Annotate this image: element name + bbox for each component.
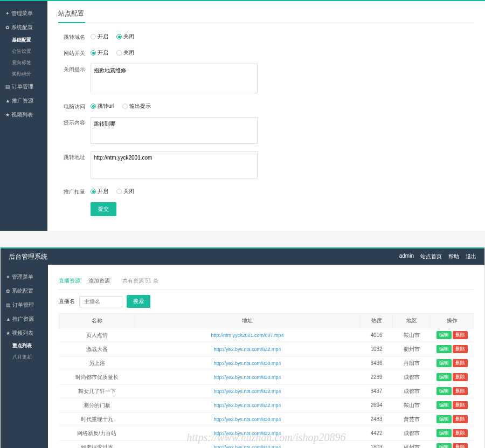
- gear-icon: ✿: [6, 288, 10, 294]
- radio-promo-on[interactable]: 开启: [91, 188, 108, 195]
- topbar-help[interactable]: 帮助: [448, 253, 459, 260]
- cell-heat: 2239: [361, 370, 393, 384]
- edit-button[interactable]: 编辑: [436, 331, 452, 339]
- cell-action: 编辑删除: [431, 370, 474, 384]
- sidebar-sub-reward[interactable]: 奖励积分: [0, 68, 47, 80]
- edit-button[interactable]: 编辑: [436, 387, 452, 395]
- topbar-logout[interactable]: 退出: [466, 253, 476, 260]
- cell-name: 另上浴: [59, 356, 135, 370]
- topbar-home[interactable]: 站点首页: [420, 253, 442, 260]
- table-row: 舞女几了轩一下 http://ye2.bys.nts.com/832.mp4 3…: [59, 384, 474, 398]
- tab-add[interactable]: 添加资源: [88, 277, 110, 285]
- cell-url: http://ye2.bys.nts.com/830.mp4: [135, 356, 361, 370]
- sidebar-item-system[interactable]: ✿系统配置: [0, 20, 47, 35]
- cell-url: http://ye2.bys.nts.com/832.mp4: [135, 384, 361, 398]
- cell-area: 鞍山市: [393, 398, 431, 412]
- star-icon: ★: [5, 112, 10, 118]
- delete-button[interactable]: 删除: [453, 331, 468, 339]
- delete-button[interactable]: 删除: [453, 387, 468, 395]
- tab-live[interactable]: 直播资源: [59, 277, 80, 285]
- sidebar2-sub-august[interactable]: 八月更新: [1, 351, 48, 363]
- cell-name: 舞女几了轩一下: [59, 384, 135, 398]
- search-button[interactable]: 搜索: [127, 295, 150, 308]
- cell-action: 编辑删除: [431, 342, 474, 356]
- cell-name: 测分的门板: [59, 398, 135, 412]
- table-row: 页人点情 http://ntm.yyck2001.com/087.mp4 401…: [59, 328, 474, 342]
- sidebar-sub-intent[interactable]: 意向标签: [0, 57, 47, 68]
- delete-button[interactable]: 删除: [453, 443, 468, 448]
- topbar-user[interactable]: admin: [399, 253, 414, 260]
- cell-heat: 2483: [361, 412, 393, 426]
- sidebar2-sub-important[interactable]: 重点列表: [1, 340, 48, 351]
- textarea-redirect-url[interactable]: [91, 151, 258, 178]
- search-input[interactable]: [79, 296, 122, 307]
- cell-action: 编辑删除: [431, 328, 474, 342]
- cell-heat: 4016: [361, 328, 393, 342]
- radio-pc-url[interactable]: 跳转url: [91, 102, 114, 110]
- textarea-close-tip[interactable]: [91, 64, 258, 93]
- cell-area: 成都市: [393, 384, 431, 398]
- cell-name: 激战大番: [59, 342, 135, 356]
- sidebar2-item-promo[interactable]: ▲推广资源: [1, 312, 48, 326]
- cell-url: http://ye2.bys.nts.com/832.mp4: [135, 342, 361, 356]
- table-row: 网络新反/力百站 http://ye2.bys.nts.com/832.mp4 …: [59, 426, 474, 440]
- edit-button[interactable]: 编辑: [436, 443, 452, 448]
- sidebar-sub-notice[interactable]: 公告设置: [0, 46, 47, 57]
- star-icon: ★: [6, 330, 10, 336]
- delete-button[interactable]: 删除: [453, 359, 468, 367]
- cell-action: 编辑删除: [431, 398, 474, 412]
- delete-button[interactable]: 删除: [453, 415, 468, 423]
- edit-button[interactable]: 编辑: [436, 415, 452, 423]
- cell-name: 到考据求过本: [59, 440, 135, 449]
- table-row: 到考据求过本 http://ye2.bys.nts.com/830.mp4 18…: [59, 440, 474, 449]
- cell-action: 编辑删除: [431, 440, 474, 449]
- delete-button[interactable]: 删除: [453, 345, 468, 353]
- star-icon: ✦: [5, 11, 10, 16]
- cell-url: http://ye2.bys.nts.com/830.mp4: [135, 370, 361, 384]
- sidebar2-item-order[interactable]: ▤订单管理: [1, 298, 48, 312]
- sidebar-item-menu[interactable]: ✦管理菜单: [0, 6, 47, 20]
- edit-button[interactable]: 编辑: [436, 429, 452, 437]
- tree-icon: ▲: [5, 98, 10, 104]
- label-redirect-url: 跳转地址: [58, 151, 91, 161]
- cell-heat: 3436: [361, 356, 393, 370]
- radio-site-on[interactable]: 开启: [91, 49, 108, 57]
- sidebar2-item-video[interactable]: ★视频列表: [1, 326, 48, 340]
- sidebar2-item-system[interactable]: ✿系统配置: [1, 284, 48, 298]
- table-row: 时尚都市优质量长 http://ye2.bys.nts.com/830.mp4 …: [59, 370, 474, 384]
- radio-site-off[interactable]: 关闭: [116, 49, 134, 57]
- radio-pc-tip[interactable]: 输出提示: [122, 102, 151, 110]
- label-site-switch: 网站开关: [58, 47, 91, 57]
- cell-area: 鞍山市: [393, 328, 431, 342]
- th-heat: 热度: [361, 314, 393, 328]
- textarea-tip-content[interactable]: [91, 117, 258, 144]
- radio-redirect-off[interactable]: 关闭: [116, 33, 134, 40]
- th-area: 地区: [393, 314, 431, 328]
- submit-button[interactable]: 提交: [91, 202, 116, 216]
- edit-button[interactable]: 编辑: [436, 373, 452, 381]
- sidebar-sub-basic[interactable]: 基础配置: [0, 35, 47, 46]
- cell-action: 编辑删除: [431, 426, 474, 440]
- delete-button[interactable]: 删除: [453, 429, 468, 437]
- sidebar2-item-menu[interactable]: ✦管理菜单: [1, 270, 48, 284]
- star-icon: ✦: [6, 274, 10, 280]
- edit-button[interactable]: 编辑: [436, 401, 452, 409]
- edit-button[interactable]: 编辑: [436, 345, 452, 353]
- sidebar-item-video[interactable]: ★视频列表: [0, 108, 47, 122]
- delete-button[interactable]: 删除: [453, 373, 468, 381]
- sidebar-item-promo[interactable]: ▲推广资源: [0, 94, 47, 108]
- sidebar-2: ✦管理菜单 ✿系统配置 ▤订单管理 ▲推广资源 ★视频列表 重点列表 八月更新: [1, 265, 48, 448]
- sidebar-item-order[interactable]: ▤订单管理: [0, 80, 47, 94]
- radio-redirect-on[interactable]: 开启: [91, 33, 108, 40]
- delete-button[interactable]: 删除: [453, 401, 468, 409]
- radio-promo-off[interactable]: 关闭: [116, 188, 134, 195]
- table-row: 时代重现十九 http://ye2.bys.nts.com/830.mp4 24…: [59, 412, 474, 426]
- edit-button[interactable]: 编辑: [436, 359, 452, 367]
- table-row: 另上浴 http://ye2.bys.nts.com/830.mp4 3436 …: [59, 356, 474, 370]
- cell-area: 萧芸市: [393, 412, 431, 426]
- search-label: 直播名: [59, 298, 75, 305]
- cell-action: 编辑删除: [431, 412, 474, 426]
- label-close-tip: 关闭提示: [58, 64, 91, 73]
- cell-name: 时代重现十九: [59, 412, 135, 426]
- cell-action: 编辑删除: [431, 356, 474, 370]
